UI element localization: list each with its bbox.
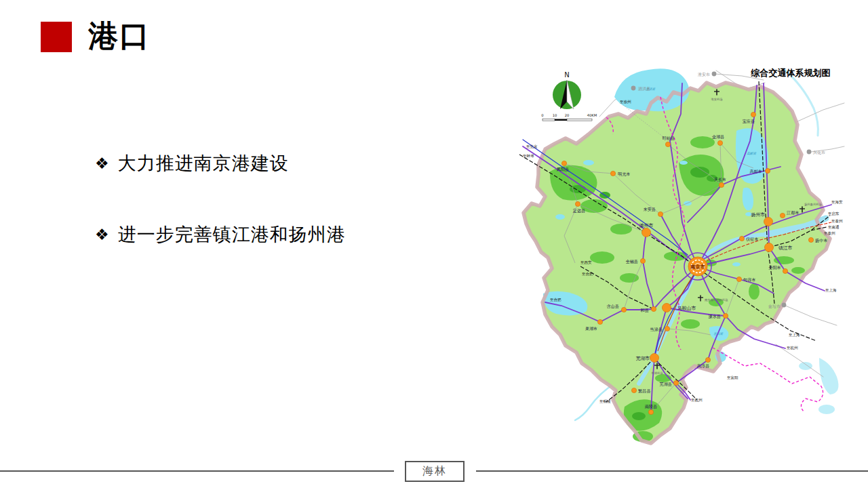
city-dot (765, 168, 770, 173)
city-label: 含山县 (606, 304, 619, 309)
external-city-label: 兴化市 (813, 150, 825, 155)
edge-destination-label: 至泰州 (831, 219, 843, 223)
city-label: 江都市 (787, 210, 800, 216)
edge-destination-label: 至上海 (825, 288, 837, 293)
edge-destination-label: 至杭州 (691, 398, 703, 403)
city-label: 宝应县 (743, 119, 755, 123)
external-city: 金坛市 (768, 303, 786, 308)
bullet-text: 进一步完善镇江港和扬州港 (118, 223, 346, 246)
city-label: 扬中市 (815, 238, 828, 243)
edge-destination-label: 至泰州 (824, 231, 835, 235)
edge-destination-label: 至南通 (828, 224, 840, 229)
city-label: 镇江市 (778, 245, 793, 251)
svg-text:10: 10 (553, 113, 557, 117)
lake-label: 高邮湖 (747, 152, 757, 155)
city-label: 仪征市 (746, 237, 759, 241)
edge-destination-label: 至西安 (580, 260, 592, 265)
city: 扬中市 (808, 237, 827, 243)
svg-text:20: 20 (565, 113, 570, 117)
city-label: 来安县 (643, 207, 656, 211)
footer-label: 海林 (422, 464, 447, 479)
city-dot (575, 201, 580, 206)
city-label: 丹阳市 (768, 265, 781, 270)
city-dot (736, 277, 741, 281)
transport-planning-map: N 0 10 20 40KM 综合交通体系规划图 洪泽湖高邮湖石臼湖 至北京至蚌… (513, 60, 845, 458)
city-label: 巢湖市 (585, 326, 598, 331)
edge-destination-label: 至杭州 (787, 346, 798, 350)
edge-destination-label: 至铜陵 (599, 399, 611, 403)
city-label: 句容市 (743, 277, 756, 283)
city-label: 全椒县 (625, 259, 638, 264)
city: 全椒县 (625, 258, 645, 264)
city-dot (723, 313, 728, 318)
external-city-label: 金坛市 (768, 304, 781, 308)
title-accent-square (41, 22, 72, 52)
city-label: 南京市 (690, 264, 705, 270)
city: 句容市 (736, 277, 755, 283)
edge-destination-label: 至合肥 (582, 272, 593, 277)
city: 溧水县 (708, 313, 728, 319)
city-label: 盱眙县 (663, 136, 675, 141)
city-dot (640, 258, 645, 263)
bullet-item: ❖ 大力推进南京港建设 (95, 152, 289, 175)
external-city-label: 淮安市 (698, 72, 710, 77)
city-dot (783, 268, 787, 273)
city-dot (665, 326, 669, 331)
edge-destination-label: 至合肥 (550, 298, 561, 302)
city-dot (610, 171, 615, 176)
city: 仪征市 (739, 236, 758, 241)
city-dot (739, 236, 744, 241)
city-dot (650, 354, 659, 363)
city-label: 南陵县 (645, 404, 658, 409)
page-title: 港口 (88, 16, 151, 56)
external-city: 淮安市 (698, 72, 716, 77)
city-label: 繁昌县 (638, 388, 651, 394)
edge-destination-label: 至上海 (789, 333, 800, 338)
scale-bar: 0 10 20 40KM (541, 113, 597, 121)
bullet-text: 大力推进南京港建设 (118, 152, 289, 175)
city-label: 溧水县 (708, 314, 721, 319)
footer-divider-left (0, 470, 394, 472)
city-label: 芜湖市 (636, 356, 650, 361)
city-label: 天长市 (714, 177, 727, 182)
city: 当涂县 (650, 326, 669, 332)
city-label: 马鞍山市 (677, 306, 696, 311)
footer-badge: 海林 (405, 461, 465, 482)
city-label: 当涂县 (650, 327, 663, 332)
external-city-label: 泗洪县 (638, 86, 650, 92)
city-dot (621, 307, 626, 312)
city-dot (642, 228, 651, 237)
external-city-dot (712, 72, 717, 77)
city-dot (764, 218, 773, 226)
city-label: 明光市 (618, 171, 631, 177)
city-dot (673, 380, 678, 385)
external-city-dot (782, 303, 787, 308)
city-dot (597, 319, 602, 324)
city-dot (561, 161, 566, 165)
svg-text:40KM: 40KM (587, 113, 597, 117)
svg-text:0: 0 (541, 113, 543, 117)
city-dot (719, 182, 724, 187)
city-label: 滁州市 (639, 223, 654, 228)
city-dot (717, 140, 722, 145)
city: 明光市 (610, 171, 630, 177)
city-dot (765, 243, 774, 252)
city-dot (808, 237, 813, 242)
lake-label: 石臼湖 (713, 332, 724, 336)
diamond-bullet-icon: ❖ (95, 152, 109, 175)
edge-destination-label: 至富阳 (727, 375, 738, 380)
edge-destination-label: 至北京 (526, 144, 538, 149)
city-dot (751, 112, 755, 117)
external-city-dot (631, 86, 636, 91)
city-dot (658, 211, 663, 216)
city-label: 高邮市 (749, 169, 762, 174)
city-dot (648, 409, 653, 414)
city-dot (651, 306, 656, 311)
city-label: 扬州市 (751, 212, 766, 218)
edge-destination-label: 至海安 (831, 200, 843, 205)
edge-destination-label: 至启东 (828, 211, 840, 216)
diamond-bullet-icon: ❖ (95, 223, 109, 246)
compass-icon: N (553, 71, 581, 109)
city: 和县 (640, 306, 656, 312)
edge-destination-label: 至徐州 (620, 100, 631, 104)
